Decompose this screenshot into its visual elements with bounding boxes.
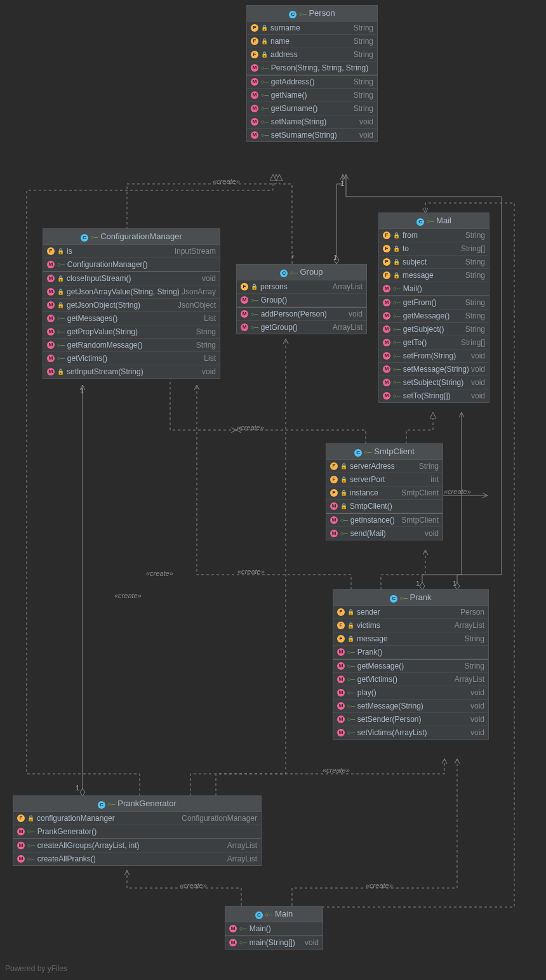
create-label: «create» [237,568,265,575]
class-header: C ○─ Main [225,906,323,922]
method-row: M○─send(Mail)void [326,527,443,540]
class-header: C ○─ SmtpClient [326,444,443,460]
method-row: M○─setSender(Person)void [333,713,488,726]
class-header: C ○─ Mail [379,213,489,229]
field-row: F🔒isInputStream [43,245,220,258]
class-Main[interactable]: C ○─ MainM○─Main()M○─main(String[])void [225,906,323,950]
footer: Powered by yFiles [5,964,67,973]
method-row: M○─createAllPranks()ArrayList [13,853,261,865]
field-row: F🔒fromString [379,229,489,242]
class-PrankGenerator[interactable]: C ○─ PrankGeneratorF🔒configurationManang… [13,795,262,866]
method-row: M○─Prank() [333,646,488,659]
class-header: C ○─ Prank [333,590,488,606]
field-row: F🔒messageString [379,269,489,282]
method-row: M🔒closeInputStream()void [43,271,220,285]
method-row: M○─getVictims()ArrayList [333,673,488,686]
method-row: M○─Person(String, String, String) [247,62,377,75]
class-ConfigurationManager[interactable]: C ○─ ConfigurationManagerF🔒isInputStream… [43,228,220,379]
field-row: F🔒victimsArrayList [333,619,488,632]
method-row: M○─getMessage()String [333,659,488,673]
method-row: M○─setName(String)void [247,115,377,129]
class-header: C ○─ ConfigurationManager [43,229,220,245]
field-row: F🔒addressString [247,48,377,62]
method-row: M○─Main() [225,922,323,936]
class-Person[interactable]: C ○─ PersonF🔒surnameStringF🔒nameStringF🔒… [246,5,378,142]
method-row: M○─setMessage(String)void [333,700,488,713]
method-row: M○─getName()String [247,89,377,102]
method-row: M○─getMessage()String [379,310,489,323]
method-row: M○─getSubject()String [379,323,489,336]
method-row: M🔒getJsonObject(String)JsonObject [43,299,220,312]
field-row: F🔒configurationManangerConfigurationMana… [13,812,261,825]
method-row: M○─setSubject(String)void [379,376,489,389]
method-row: M○─getVictims()List [43,352,220,365]
class-Mail[interactable]: C ○─ MailF🔒fromStringF🔒toString[]F🔒subje… [378,212,489,403]
method-row: M○─getRandomMessage()String [43,339,220,352]
method-row: M○─getPropValue(String)String [43,325,220,339]
method-row: M○─getAddress()String [247,75,377,89]
create-label: «create» [444,488,471,495]
field-row: F🔒personsArrayList [237,280,366,294]
method-row: M○─Mail() [379,282,489,296]
method-row: M○─setFrom(String)void [379,350,489,363]
multiplicity: 1 [453,580,456,587]
method-row: M○─getSurname()String [247,102,377,115]
multiplicity: 1 [76,784,79,792]
class-header: C ○─ Person [247,6,377,22]
method-row: M○─PrankGenerator() [13,825,261,839]
class-Prank[interactable]: C ○─ PrankF🔒senderPersonF🔒victimsArrayLi… [333,589,489,740]
method-row: M○─getFrom()String [379,296,489,310]
method-row: M🔒setInputStream(String)void [43,365,220,378]
class-header: C ○─ Group [237,265,366,280]
create-label: «create» [146,570,173,577]
method-row: M○─ConfigurationManager() [43,258,220,271]
method-row: M🔒getJsonArrayValue(String, String)JsonA… [43,285,220,299]
field-row: F🔒subjectString [379,256,489,269]
method-row: M○─setTo(String[])void [379,389,489,402]
method-row: M○─setVictims(ArrayList)void [333,726,488,739]
field-row: F🔒nameString [247,35,377,48]
method-row: M○─Group() [237,294,366,307]
method-row: M○─play()void [333,686,488,700]
field-row: F🔒messageString [333,632,488,646]
field-row: F🔒instanceSmtpClient [326,487,443,500]
create-label: «create» [213,178,240,185]
method-row: M🔒SmtpClient() [326,500,443,513]
field-row: F🔒surnameString [247,22,377,35]
multiplicity: 1 [416,580,420,587]
method-row: M○─getGroup()ArrayList [237,321,366,334]
class-Group[interactable]: C ○─ GroupF🔒personsArrayListM○─Group()M○… [236,264,367,334]
field-row: F🔒serverPortint [326,473,443,487]
method-row: M○─getTo()String[] [379,336,489,350]
create-label: «create» [366,882,393,889]
method-row: M○─getInstance()SmtpClient [326,513,443,527]
create-label: «create» [114,592,142,599]
field-row: F🔒senderPerson [333,606,488,619]
create-label: «create» [180,882,207,889]
method-row: M○─getMessages()List [43,312,220,325]
create-label: «create» [237,424,264,431]
field-row: F🔒serverAdressString [326,460,443,473]
multiplicity: 1 [333,254,337,261]
multiplicity: * [291,254,294,261]
method-row: M○─addPerson(Person)void [237,307,366,321]
method-row: M○─main(String[])void [225,936,323,949]
create-label: «create» [323,766,350,774]
multiplicity: 1 [340,180,344,187]
class-header: C ○─ PrankGenerator [13,796,261,812]
class-SmtpClient[interactable]: C ○─ SmtpClientF🔒serverAdressStringF🔒ser… [326,443,443,540]
multiplicity: 1 [80,387,84,395]
field-row: F🔒toString[] [379,242,489,256]
method-row: M○─createAllGroups(ArrayList, int)ArrayL… [13,839,261,853]
method-row: M○─setMessage(String)void [379,363,489,376]
method-row: M○─setSurname(String)void [247,129,377,141]
